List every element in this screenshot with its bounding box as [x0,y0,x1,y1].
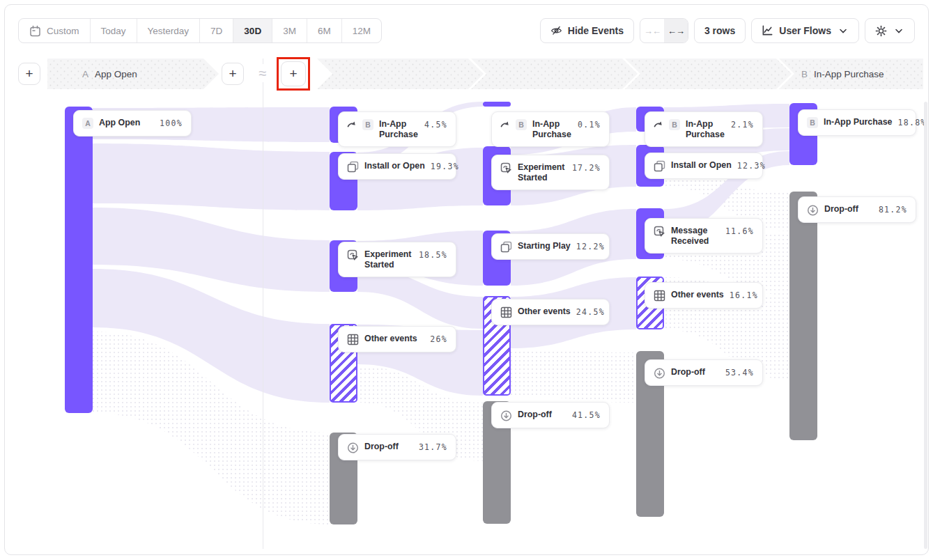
node-percentage: 17.2% [572,162,601,173]
step-b-label: B In-App Purchase [801,59,884,89]
node-label: Drop-off [364,442,399,452]
event-badge: B [516,119,527,130]
node-percentage: 24.5% [576,306,605,318]
node-label: Message Received [671,226,720,247]
flow-node-card[interactable]: Experiment Started18.5% [338,242,456,277]
node-label: Drop-off [824,204,858,215]
grid-icon [500,306,512,318]
settings-button[interactable] [865,18,915,43]
node-percentage: 26% [430,334,447,345]
flow-node-card[interactable]: Drop-off53.4% [645,359,763,386]
add-step-middle-button[interactable]: + [281,61,306,86]
flow-node-card[interactable]: Message Received11.6% [645,218,763,254]
node-percentage: 19.3% [431,161,459,172]
node-percentage: 18.5% [419,249,447,260]
flow-node-card[interactable]: Drop-off31.7% [338,434,456,460]
node-label: App Open [99,118,140,128]
node-percentage: 81.2% [879,204,907,215]
click-event-icon [654,226,665,238]
user-flows-selector[interactable]: User Flows [751,18,859,43]
date-range-30d[interactable]: 30D [233,19,272,42]
flow-node-card[interactable]: Other events26% [338,326,456,352]
node-label: In-App Purchase [824,117,892,127]
flow-bar-dropoff[interactable] [789,192,817,440]
step-a-badge: A [82,69,88,79]
step-b-badge: B [801,69,808,79]
node-label: In-App Purchase [532,119,572,140]
toolbar-right: Hide Events →← ←→ 3 rows User Flows [540,18,915,43]
node-percentage: 11.6% [725,226,754,237]
user-flows-report: CustomTodayYesterday7D30D3M6M12M Hide Ev… [0,0,933,560]
node-label: Other events [518,306,571,317]
node-label: Experiment Started [364,249,413,270]
rows-button[interactable]: 3 rows [694,18,746,43]
vertical-scrollbar[interactable] [924,102,927,549]
date-range-today[interactable]: Today [90,19,137,42]
eye-off-icon [550,25,562,37]
node-percentage: 53.4% [725,367,754,378]
event-badge: B [807,117,818,128]
node-label: In-App Purchase [379,119,419,140]
flow-node-card[interactable]: BIn-App Purchase0.1% [491,111,610,147]
add-step-before-button[interactable]: + [18,63,40,85]
node-percentage: 16.1% [730,290,758,301]
node-label: Other events [364,334,417,344]
node-label: Install or Open [364,161,425,171]
flow-node-card[interactable]: BIn-App Purchase18.8% [798,109,916,136]
flow-bar-anchor[interactable] [65,107,93,413]
flow-node-card[interactable]: Experiment Started17.2% [491,155,610,190]
flow-node-card[interactable]: Drop-off81.2% [798,196,916,223]
event-badge: B [669,119,680,130]
flow-node-card[interactable]: Install or Open12.3% [645,153,763,179]
rows-label: 3 rows [704,25,735,36]
node-percentage: 0.1% [578,119,601,130]
collapse-columns-button[interactable]: →← [640,19,664,42]
flow-node-card[interactable]: Starting Play12.2% [491,233,610,260]
date-range-3m[interactable]: 3M [272,19,307,42]
date-range-yesterday[interactable]: Yesterday [137,19,200,42]
flow-node-card[interactable]: AApp Open100% [73,110,192,137]
node-percentage: 31.7% [419,442,447,453]
trend-arrow-icon [654,119,663,130]
node-label: Experiment Started [518,162,566,183]
toolbar: CustomTodayYesterday7D30D3M6M12M Hide Ev… [18,18,915,43]
flow-bar-anchor[interactable] [483,102,511,107]
hide-events-button[interactable]: Hide Events [540,18,634,43]
step-a-label: A App Open [82,59,137,89]
node-label: Drop-off [671,367,705,378]
flow-node-card[interactable]: Drop-off41.5% [491,402,610,428]
step-band-4[interactable] [625,59,792,89]
flow-node-card[interactable]: Install or Open19.3% [338,153,456,180]
node-percentage: 12.3% [737,160,766,171]
date-range-6m[interactable]: 6M [307,19,341,42]
date-range-7d[interactable]: 7D [199,19,233,42]
expand-columns-button[interactable]: ←→ [664,19,688,42]
flow-node-card[interactable]: Other events16.1% [645,282,763,309]
hide-events-label: Hide Events [568,25,624,36]
trend-arrow-icon [347,119,357,130]
node-percentage: 18.8% [897,117,926,128]
chevron-down-icon [837,25,849,37]
overlapping-squares-icon [500,241,512,253]
dropoff-icon [654,367,665,379]
node-percentage: 2.1% [731,119,754,130]
date-range-12m[interactable]: 12M [341,19,381,42]
add-step-after-a-button[interactable]: + [222,63,244,85]
node-percentage: 12.2% [576,241,605,252]
date-range-custom[interactable]: Custom [19,19,90,42]
overlapping-squares-icon [347,161,359,173]
flow-node-card[interactable]: Other events24.5% [491,299,610,325]
step-column-divider [263,59,263,549]
flow-ribbon [93,143,330,210]
approx-symbol: ≈ [255,64,270,82]
flow-node-card[interactable]: BIn-App Purchase2.1% [645,111,763,147]
chevron-down-icon [893,25,904,37]
step-band-3[interactable] [471,59,638,89]
dropoff-ribbon [511,350,636,403]
node-label: Other events [671,290,724,300]
node-percentage: 41.5% [572,410,601,421]
event-badge: A [82,118,93,129]
step-band-2[interactable] [317,59,484,89]
flow-node-card[interactable]: BIn-App Purchase4.5% [338,111,456,147]
node-label: Install or Open [671,160,732,171]
